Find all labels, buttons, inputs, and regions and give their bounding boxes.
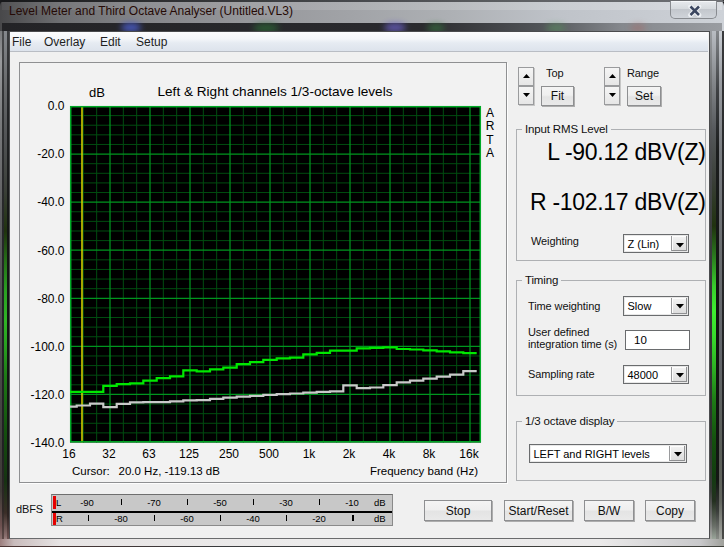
- svg-text:250: 250: [219, 446, 239, 460]
- svg-text:-60.0: -60.0: [37, 243, 65, 257]
- svg-text:T: T: [486, 132, 494, 146]
- svg-text:-80.0: -80.0: [37, 291, 65, 305]
- svg-text:16: 16: [62, 446, 76, 460]
- svg-text:1k: 1k: [303, 446, 317, 460]
- svg-text:125: 125: [179, 446, 199, 460]
- svg-text:20.0 Hz, -119.13 dB: 20.0 Hz, -119.13 dB: [119, 465, 221, 477]
- svg-text:Cursor:: Cursor:: [72, 465, 110, 477]
- svg-text:R: R: [486, 119, 495, 133]
- svg-text:dB: dB: [89, 84, 105, 99]
- svg-text:A: A: [486, 105, 494, 119]
- svg-text:Frequency band (Hz): Frequency band (Hz): [370, 465, 478, 477]
- svg-text:A: A: [486, 146, 494, 160]
- svg-text:63: 63: [142, 446, 156, 460]
- svg-text:-120.0: -120.0: [30, 387, 64, 401]
- svg-text:32: 32: [102, 446, 116, 460]
- svg-text:-40.0: -40.0: [37, 195, 65, 209]
- svg-text:2k: 2k: [343, 446, 357, 460]
- svg-text:4k: 4k: [383, 446, 397, 460]
- svg-text:16k: 16k: [459, 446, 479, 460]
- svg-text:-140.0: -140.0: [30, 435, 64, 449]
- svg-text:500: 500: [259, 446, 279, 460]
- svg-text:0.0: 0.0: [48, 99, 65, 113]
- svg-text:-20.0: -20.0: [37, 147, 65, 161]
- svg-text:-100.0: -100.0: [30, 339, 64, 353]
- svg-text:8k: 8k: [423, 446, 437, 460]
- svg-text:Left & Right channels 1/3-octa: Left & Right channels 1/3-octave levels: [157, 83, 392, 98]
